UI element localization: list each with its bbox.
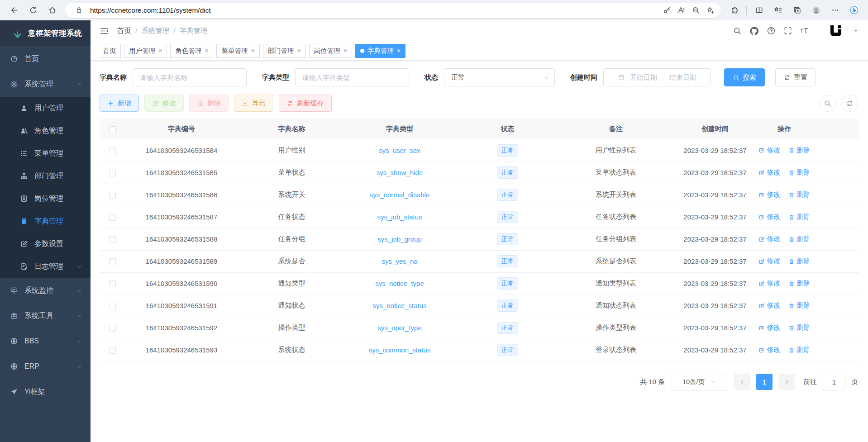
- next-page-button[interactable]: [778, 374, 795, 390]
- sidebar-item-monitor[interactable]: 系统监控: [0, 278, 91, 303]
- tab-dict[interactable]: 字典管理×: [355, 44, 405, 58]
- sidebar-item-dept[interactable]: 部门管理: [0, 165, 91, 187]
- tab-menu[interactable]: 菜单管理×: [216, 44, 259, 58]
- prev-page-button[interactable]: [734, 374, 750, 390]
- edit-row-button[interactable]: 修改: [759, 257, 781, 266]
- favorites-icon[interactable]: [769, 3, 787, 18]
- breadcrumb-system[interactable]: 系统管理: [141, 26, 169, 36]
- delete-row-button[interactable]: 删除: [788, 301, 810, 310]
- sidebar-item-erp[interactable]: ERP: [0, 354, 91, 379]
- sidebar-item-bbs[interactable]: BBS: [0, 328, 91, 354]
- bing-chat-icon[interactable]: [845, 3, 863, 18]
- export-button[interactable]: 导出: [234, 95, 273, 112]
- edit-row-button[interactable]: 修改: [759, 235, 781, 243]
- search-toggle-icon[interactable]: [819, 95, 836, 112]
- delete-row-button[interactable]: 删除: [788, 235, 810, 243]
- url-text[interactable]: https://ccnetcore.com:1101/system/dict: [86, 6, 659, 14]
- edit-row-button[interactable]: 修改: [759, 279, 781, 288]
- tab-post[interactable]: 岗位管理×: [309, 44, 352, 58]
- dict-type-link[interactable]: sys_user_sex: [379, 147, 420, 154]
- refresh-table-icon[interactable]: [841, 95, 858, 112]
- sidebar-item-role[interactable]: 角色管理: [0, 119, 91, 142]
- delete-row-button[interactable]: 删除: [788, 279, 810, 288]
- edit-row-button[interactable]: 修改: [759, 301, 781, 310]
- refresh-cache-button[interactable]: 刷新缓存: [279, 95, 332, 112]
- sidebar-item-dict[interactable]: 字典管理: [0, 210, 91, 233]
- dict-type-link[interactable]: sys_notice_type: [375, 280, 424, 287]
- zoom-out-icon[interactable]: [688, 4, 703, 17]
- dict-type-link[interactable]: sys_job_status: [377, 213, 422, 221]
- close-tab-icon[interactable]: ×: [397, 47, 401, 54]
- search-icon[interactable]: [733, 26, 742, 35]
- search-button[interactable]: 搜索: [724, 68, 765, 86]
- sidebar-item-home[interactable]: 首页: [0, 46, 91, 71]
- edit-row-button[interactable]: 修改: [759, 190, 781, 199]
- read-aloud-icon[interactable]: [674, 4, 688, 17]
- dict-type-link[interactable]: sys_notice_status: [372, 302, 426, 309]
- dict-type-link[interactable]: sys_show_hide: [377, 169, 423, 176]
- split-screen-icon[interactable]: [750, 3, 768, 18]
- sidebar-item-menu[interactable]: 菜单管理: [0, 142, 91, 165]
- collapse-sidebar-icon[interactable]: [100, 26, 109, 36]
- edit-button[interactable]: 修改: [144, 95, 184, 112]
- help-icon[interactable]: [767, 26, 776, 35]
- row-checkbox[interactable]: [109, 280, 116, 287]
- delete-button[interactable]: 删除: [189, 95, 229, 112]
- row-checkbox[interactable]: [109, 214, 116, 221]
- text-size-icon[interactable]: TT: [800, 26, 810, 36]
- home-icon[interactable]: [43, 3, 61, 18]
- github-icon[interactable]: [749, 26, 759, 36]
- row-checkbox[interactable]: [109, 236, 116, 243]
- add-button[interactable]: 新增: [100, 95, 139, 112]
- settings-menu-icon[interactable]: [826, 3, 844, 18]
- address-bar[interactable]: https://ccnetcore.com:1101/system/dict: [65, 3, 721, 18]
- collections-icon[interactable]: [788, 3, 806, 18]
- app-logo[interactable]: 意框架管理系统: [0, 20, 91, 46]
- dict-type-input[interactable]: [295, 68, 409, 86]
- page-size-select[interactable]: 10条/页: [671, 374, 728, 390]
- sidebar-item-user[interactable]: 用户管理: [0, 97, 91, 119]
- delete-row-button[interactable]: 删除: [788, 323, 810, 332]
- current-page-button[interactable]: 1: [756, 374, 773, 390]
- row-checkbox[interactable]: [109, 147, 116, 154]
- sidebar-item-log[interactable]: 日志管理: [0, 255, 91, 278]
- edit-row-button[interactable]: 修改: [759, 323, 781, 332]
- tab-home[interactable]: 首页: [98, 44, 121, 58]
- dict-type-link[interactable]: sys_yes_no: [382, 257, 417, 265]
- row-checkbox[interactable]: [109, 192, 116, 199]
- edit-row-button[interactable]: 修改: [759, 168, 781, 177]
- sidebar-item-system[interactable]: 系统管理: [0, 71, 91, 97]
- close-tab-icon[interactable]: ×: [297, 47, 301, 54]
- row-checkbox[interactable]: [109, 170, 116, 176]
- password-key-icon[interactable]: [659, 4, 674, 17]
- tab-role[interactable]: 角色管理×: [170, 44, 213, 58]
- status-select[interactable]: 正常: [444, 68, 555, 86]
- profile-avatar[interactable]: [807, 3, 825, 18]
- chevron-down-icon[interactable]: [853, 28, 859, 34]
- edit-row-button[interactable]: 修改: [759, 213, 781, 221]
- select-all-checkbox[interactable]: [109, 126, 116, 133]
- delete-row-button[interactable]: 删除: [788, 346, 810, 354]
- dict-name-input[interactable]: [133, 68, 247, 86]
- goto-page-input[interactable]: [823, 374, 845, 390]
- edit-row-button[interactable]: 修改: [759, 346, 781, 354]
- delete-row-button[interactable]: 删除: [788, 190, 810, 199]
- sidebar-item-param[interactable]: 参数设置: [0, 233, 91, 255]
- add-favorite-icon[interactable]: [703, 4, 717, 17]
- reset-button[interactable]: 重置: [775, 68, 816, 86]
- delete-row-button[interactable]: 删除: [788, 168, 810, 177]
- fullscreen-icon[interactable]: [783, 26, 792, 35]
- row-checkbox[interactable]: [109, 258, 116, 265]
- delete-row-button[interactable]: 删除: [788, 146, 810, 155]
- edit-row-button[interactable]: 修改: [759, 146, 781, 155]
- close-tab-icon[interactable]: ×: [251, 47, 254, 54]
- sidebar-item-yi[interactable]: Yi框架: [0, 379, 91, 404]
- sidebar-item-post[interactable]: 岗位管理: [0, 187, 91, 210]
- delete-row-button[interactable]: 删除: [788, 213, 810, 221]
- sidebar-item-tool[interactable]: 系统工具: [0, 303, 91, 328]
- delete-row-button[interactable]: 删除: [788, 257, 810, 266]
- tab-dept[interactable]: 部门管理×: [263, 44, 306, 58]
- dict-type-link[interactable]: sys_job_group: [377, 235, 422, 243]
- date-range-picker[interactable]: 开始日期 - 结束日期: [603, 68, 711, 86]
- tab-user[interactable]: 用户管理×: [124, 44, 167, 58]
